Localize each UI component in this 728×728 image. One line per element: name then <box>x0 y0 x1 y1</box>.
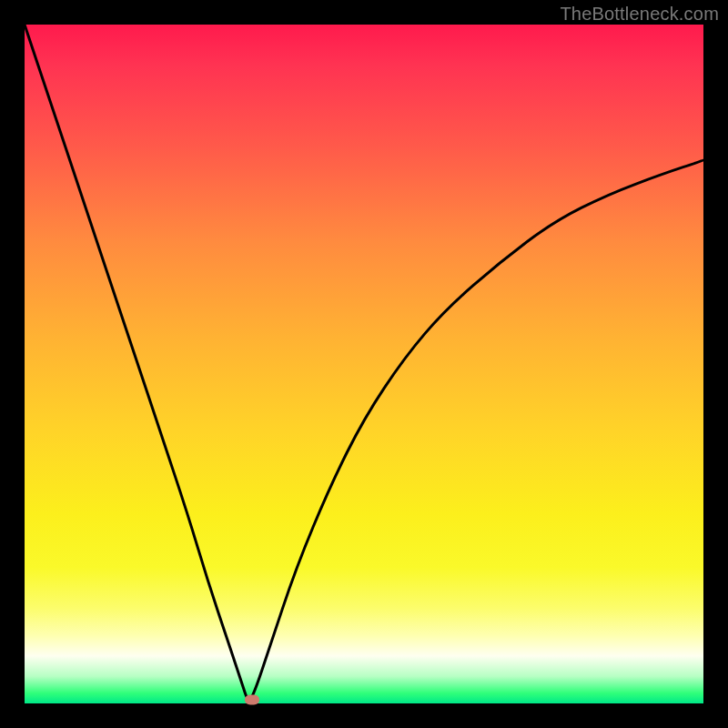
bottleneck-curve <box>25 25 703 703</box>
plot-area <box>25 25 703 703</box>
watermark-text: TheBottleneck.com <box>560 4 719 25</box>
optimal-point-marker <box>245 694 259 704</box>
chart-frame: TheBottleneck.com <box>0 0 728 728</box>
